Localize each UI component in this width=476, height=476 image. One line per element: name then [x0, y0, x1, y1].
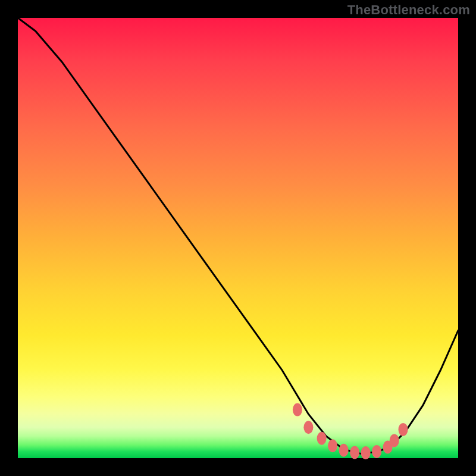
valley-marker — [339, 444, 349, 457]
valley-marker — [350, 446, 359, 459]
watermark-text: TheBottleneck.com — [347, 2, 470, 18]
valley-marker — [390, 434, 399, 447]
chart-stage: TheBottleneck.com — [0, 0, 476, 476]
valley-markers — [293, 403, 408, 460]
valley-marker — [293, 403, 302, 416]
valley-marker — [361, 446, 371, 459]
valley-marker — [317, 432, 327, 445]
valley-marker — [399, 423, 408, 436]
curve-svg — [18, 18, 458, 458]
bottleneck-curve — [18, 18, 458, 454]
plot-area — [18, 18, 458, 458]
valley-marker — [303, 421, 313, 434]
valley-marker — [372, 445, 381, 458]
valley-marker — [328, 439, 337, 452]
